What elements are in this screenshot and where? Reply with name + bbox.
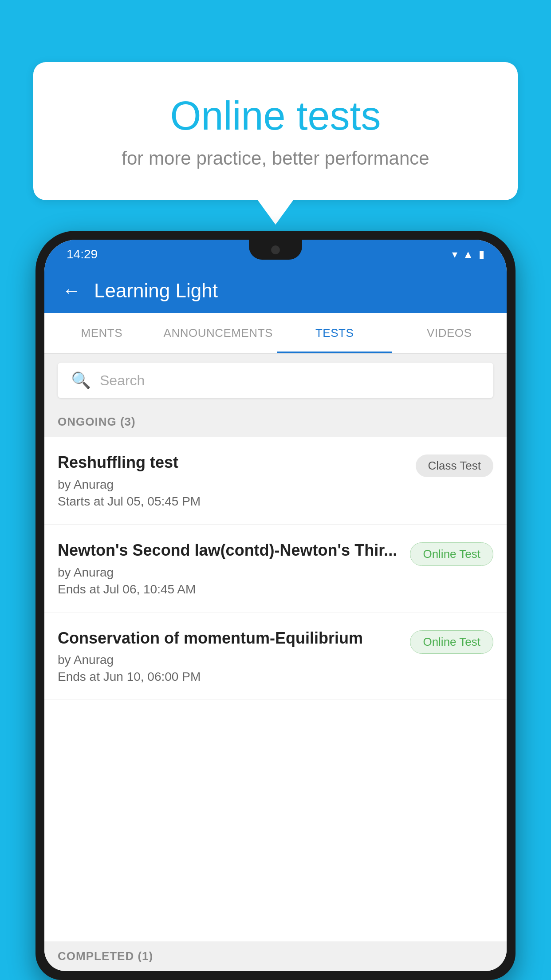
search-placeholder: Search <box>100 372 145 389</box>
search-icon: 🔍 <box>71 371 91 390</box>
ongoing-section-header: ONGOING (3) <box>44 407 507 437</box>
test-item[interactable]: Conservation of momentum-Equilibrium by … <box>44 612 507 700</box>
completed-section-header: COMPLETED (1) <box>44 941 507 971</box>
test-badge: Class Test <box>416 454 493 477</box>
speech-bubble-tail <box>258 200 293 225</box>
tab-ments[interactable]: MENTS <box>44 313 159 353</box>
phone-screen: 14:29 ▾ ▲ ▮ ← Learning Light MENTS ANNOU… <box>44 240 507 971</box>
tabs-container: MENTS ANNOUNCEMENTS TESTS VIDEOS <box>44 313 507 354</box>
wifi-icon: ▾ <box>452 248 457 261</box>
test-name: Conservation of momentum-Equilibrium <box>58 628 401 649</box>
back-button[interactable]: ← <box>62 280 81 301</box>
app-bar: ← Learning Light <box>44 269 507 313</box>
test-name: Reshuffling test <box>58 452 407 473</box>
speech-bubble-container: Online tests for more practice, better p… <box>33 62 518 225</box>
notch <box>249 240 302 260</box>
tab-videos[interactable]: VIDEOS <box>392 313 507 353</box>
camera-dot <box>271 245 280 254</box>
test-item[interactable]: Newton's Second law(contd)-Newton's Thir… <box>44 525 507 612</box>
phone-frame: 14:29 ▾ ▲ ▮ ← Learning Light MENTS ANNOU… <box>35 231 516 980</box>
speech-bubble-title: Online tests <box>69 93 482 139</box>
status-bar: 14:29 ▾ ▲ ▮ <box>44 240 507 269</box>
search-container: 🔍 Search <box>44 354 507 407</box>
tab-tests[interactable]: TESTS <box>277 313 392 353</box>
speech-bubble: Online tests for more practice, better p… <box>33 62 518 200</box>
signal-icon: ▲ <box>463 248 473 261</box>
app-title: Learning Light <box>94 280 218 302</box>
test-author: by Anurag <box>58 653 401 667</box>
test-info: Conservation of momentum-Equilibrium by … <box>58 628 401 684</box>
test-info: Reshuffling test by Anurag Starts at Jul… <box>58 452 407 509</box>
tests-list: Reshuffling test by Anurag Starts at Jul… <box>44 437 507 941</box>
test-date: Ends at Jul 06, 10:45 AM <box>58 582 401 597</box>
search-input[interactable]: 🔍 Search <box>58 363 493 398</box>
speech-bubble-subtitle: for more practice, better performance <box>69 148 482 169</box>
test-author: by Anurag <box>58 565 401 580</box>
test-info: Newton's Second law(contd)-Newton's Thir… <box>58 540 401 597</box>
test-date: Starts at Jul 05, 05:45 PM <box>58 494 407 509</box>
status-icons: ▾ ▲ ▮ <box>452 248 484 261</box>
status-time: 14:29 <box>67 247 98 261</box>
test-name: Newton's Second law(contd)-Newton's Thir… <box>58 540 401 561</box>
test-date: Ends at Jun 10, 06:00 PM <box>58 670 401 684</box>
tab-announcements[interactable]: ANNOUNCEMENTS <box>159 313 277 353</box>
battery-icon: ▮ <box>479 248 484 261</box>
test-badge: Online Test <box>410 542 493 566</box>
test-author: by Anurag <box>58 478 407 492</box>
test-badge: Online Test <box>410 630 493 654</box>
test-item[interactable]: Reshuffling test by Anurag Starts at Jul… <box>44 437 507 525</box>
